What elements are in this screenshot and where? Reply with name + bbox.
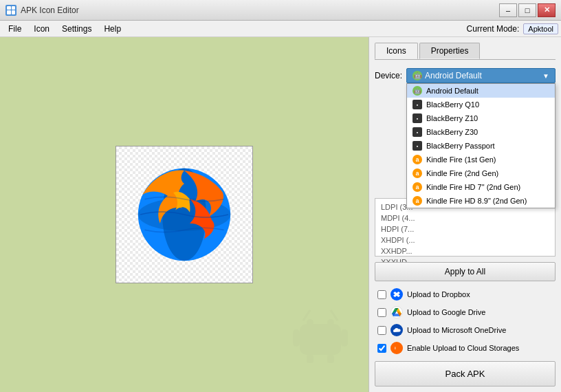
svg-point-12 [393, 345, 400, 351]
svg-point-5 [327, 319, 334, 326]
checkbox-cloud-row: i Enable Upload to Cloud Storages [375, 340, 556, 356]
dropdown-item-kindle-1g[interactable]: a Kindle Fire (1st Gen) [407, 153, 555, 166]
checkbox-dropbox-row: Upload to Dropbox [375, 287, 556, 302]
menu-help[interactable]: Help [98, 23, 126, 35]
cloud-icon: i [390, 342, 403, 354]
menu-icon[interactable]: Icon [28, 23, 55, 35]
bb-q10-icon: ▪ [412, 100, 422, 109]
pack-apk-button[interactable]: Pack APK [375, 361, 556, 386]
dropbox-icon [390, 288, 403, 301]
dropdown-item-bb-q10[interactable]: ▪ BlackBerry Q10 [407, 98, 555, 111]
checkbox-gdrive[interactable] [377, 308, 386, 317]
firefox-icon [116, 146, 252, 283]
checkbox-onedrive-row: Upload to Microsoft OneDrive [375, 323, 556, 338]
dropdown-item-kindle-2g[interactable]: a Kindle Fire (2nd Gen) [407, 166, 555, 180]
gdrive-label: Upload to Google Drive [407, 308, 485, 316]
dpi-xxhdpi[interactable]: XXHDP... [378, 246, 552, 257]
right-panel: Icons Properties Device: 🤖 Android Defau… [368, 37, 561, 392]
title-bar: APK Icon Editor – □ ✕ [0, 0, 561, 21]
canvas-area[interactable] [0, 37, 368, 392]
onedrive-label: Upload to Microsoft OneDrive [407, 326, 506, 334]
main-content: Icons Properties Device: 🤖 Android Defau… [0, 37, 561, 392]
tabs: Icons Properties [375, 43, 556, 60]
tab-icons[interactable]: Icons [375, 43, 418, 59]
selected-device: Android Default [425, 71, 482, 80]
menu-bar: File Icon Settings Help Current Mode: Ap… [0, 21, 561, 37]
mode-badge: Apktool [523, 23, 558, 34]
tab-properties[interactable]: Properties [419, 43, 481, 59]
dropdown-item-bb-z10[interactable]: ▪ BlackBerry Z10 [407, 111, 555, 125]
app-icon [6, 5, 16, 16]
dropdown-arrow-icon: ▼ [542, 72, 549, 80]
dropdown-item-bb-z30[interactable]: ▪ BlackBerry Z30 [407, 125, 555, 139]
menu-settings[interactable]: Settings [56, 23, 97, 35]
checkbox-cloud[interactable] [377, 344, 386, 353]
svg-point-4 [307, 319, 314, 326]
maximize-button[interactable]: □ [518, 3, 536, 17]
dpi-xhdpi[interactable]: XHDPI (... [378, 235, 552, 246]
svg-rect-9 [327, 355, 334, 363]
apply-all-button[interactable]: Apply to All [375, 262, 556, 281]
device-label: Device: [375, 71, 402, 80]
bb-passport-icon: ▪ [412, 141, 422, 151]
android-icon: 🤖 [412, 71, 422, 80]
current-mode: Current Mode: Apktool [467, 23, 558, 34]
device-dropdown-list[interactable]: 🤖 Android Default ▪ BlackBerry Q10 ▪ Bla… [406, 83, 556, 208]
dropdown-item-kindle-hd89-2g[interactable]: a Kindle Fire HD 8.9" (2nd Gen) [407, 194, 555, 208]
svg-rect-3 [300, 324, 341, 355]
svg-rect-6 [293, 329, 300, 347]
device-dropdown-wrapper: 🤖 Android Default ▼ 🤖 Android Default ▪ … [406, 68, 556, 83]
device-dropdown[interactable]: 🤖 Android Default ▼ [406, 68, 556, 83]
bb-z30-icon: ▪ [412, 127, 422, 137]
kindle-2g-icon: a [412, 168, 422, 178]
gdrive-icon [390, 306, 403, 318]
dropdown-scroll[interactable]: 🤖 Android Default ▪ BlackBerry Q10 ▪ Bla… [407, 84, 555, 208]
checkbox-gdrive-row: Upload to Google Drive [375, 305, 556, 320]
svg-rect-8 [307, 355, 314, 363]
android-default-icon: 🤖 [412, 86, 422, 96]
dpi-hdpi[interactable]: HDPI (7... [378, 224, 552, 235]
menu-file[interactable]: File [3, 23, 27, 35]
checkbox-dropbox[interactable] [377, 290, 386, 299]
onedrive-icon [390, 324, 403, 336]
title-bar-left: APK Icon Editor [6, 5, 79, 16]
dropdown-item-kindle-hd7-2g[interactable]: a Kindle Fire HD 7" (2nd Gen) [407, 180, 555, 194]
icon-canvas [116, 146, 253, 283]
dropdown-item-android-default[interactable]: 🤖 Android Default [407, 84, 555, 98]
svg-line-11 [331, 310, 338, 320]
minimize-button[interactable]: – [499, 3, 517, 17]
svg-rect-7 [341, 329, 348, 347]
dropbox-label: Upload to Dropbox [407, 290, 470, 298]
checkbox-section: Upload to Dropbox Upload to Google Dri [375, 287, 556, 356]
dpi-mdpi[interactable]: MDPI (4... [378, 213, 552, 224]
svg-line-10 [303, 310, 310, 320]
android-watermark [286, 296, 355, 378]
device-row: Device: 🤖 Android Default ▼ 🤖 Android De… [375, 68, 556, 83]
close-button[interactable]: ✕ [538, 3, 556, 17]
menu-items: File Icon Settings Help [3, 23, 126, 35]
kindle-hd89-2g-icon: a [412, 196, 422, 206]
window-controls: – □ ✕ [499, 3, 556, 17]
kindle-hd7-2g-icon: a [412, 182, 422, 192]
cloud-label: Enable Upload to Cloud Storages [407, 344, 519, 352]
kindle-1g-icon: a [412, 155, 422, 164]
window-title: APK Icon Editor [21, 6, 79, 15]
current-mode-label: Current Mode: [467, 24, 520, 34]
dropdown-item-bb-passport[interactable]: ▪ BlackBerry Passport [407, 139, 555, 153]
bb-z10-icon: ▪ [412, 113, 422, 123]
checkbox-onedrive[interactable] [377, 326, 386, 335]
